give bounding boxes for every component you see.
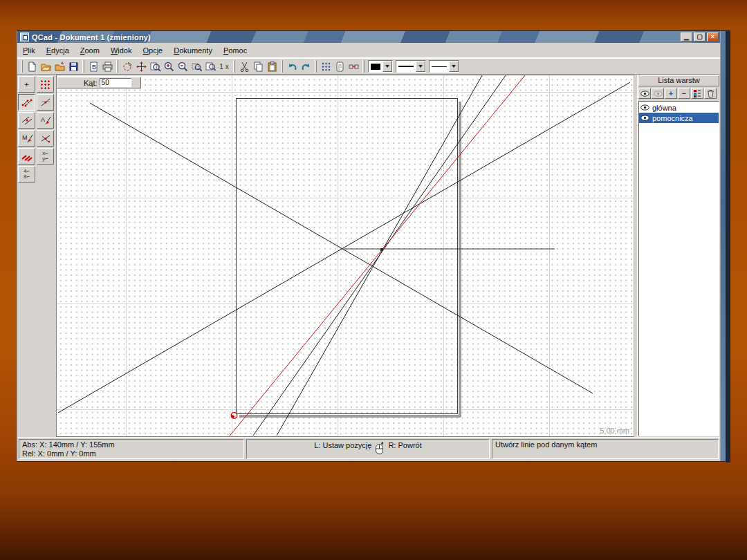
zoom-in-button[interactable]: [162, 59, 176, 73]
toolbar-grip: [315, 60, 317, 73]
line-parallel-tool-button[interactable]: [18, 112, 35, 129]
delete-layer-button[interactable]: [704, 88, 717, 99]
add-layer-button[interactable]: +: [665, 88, 677, 99]
chevron-down-icon[interactable]: [449, 61, 459, 72]
layer-list-title: Lista warstw: [638, 75, 719, 86]
line-angle-a-tool-button[interactable]: A: [37, 112, 54, 129]
color-select[interactable]: [368, 60, 393, 73]
menu-edycja[interactable]: Edycja: [41, 44, 75, 57]
layer-edit-icon: [693, 89, 701, 97]
menu-opcje[interactable]: Opcje: [137, 44, 168, 57]
ratio-icon: 4⌐8⌐: [24, 169, 30, 180]
menu-zoom[interactable]: Zoom: [75, 44, 105, 57]
statusbar: Abs: X: 140mm / Y: 155mm Rel: X: 0mm / Y…: [17, 437, 720, 460]
pan-button[interactable]: [134, 59, 148, 73]
hide-all-layers-button[interactable]: [652, 88, 664, 99]
grid-toggle-button[interactable]: [319, 59, 333, 73]
menu-plik[interactable]: Plik: [17, 44, 41, 57]
trash-icon: [707, 89, 714, 97]
zoom-auto-button[interactable]: [203, 59, 217, 73]
line-xy-tool-button[interactable]: x⌐y⌐: [37, 148, 54, 165]
line-style-select[interactable]: [429, 60, 459, 73]
left-click-hint: L: Ustaw pozycję: [314, 441, 371, 449]
copy-button[interactable]: [251, 59, 265, 73]
rel-coordinates: Rel: X: 0mm / Y: 0mm: [22, 449, 241, 458]
window-right-frame: [720, 31, 726, 461]
toolbar-grip: [82, 60, 84, 73]
show-all-layers-button[interactable]: [638, 88, 651, 99]
zoom-ratio-label: 1 x: [218, 63, 230, 71]
angle-label: Kąt:: [84, 79, 98, 87]
point-tool-button[interactable]: +: [18, 76, 35, 93]
draft-mode-button[interactable]: [347, 59, 360, 73]
cut-button[interactable]: [237, 59, 251, 73]
layer-row-pomocnicza[interactable]: pomocnicza: [639, 113, 719, 123]
eye-closed-icon: [654, 91, 663, 97]
menu-widok[interactable]: Widok: [105, 44, 138, 57]
right-click-hint: R: Powrót: [388, 441, 421, 449]
eye-open-icon: [640, 91, 649, 97]
coordinates-field: Abs: X: 140mm / Y: 155mm Rel: X: 0mm / Y…: [19, 439, 244, 459]
save-button[interactable]: [66, 59, 80, 73]
chevron-down-icon[interactable]: [382, 61, 392, 72]
mouse-hint-field: L: Ustaw pozycję R: Powrót: [246, 439, 490, 459]
qcad-window: QCad - Dokument 1 (zmieniony) ▁ ▢ × Plik…: [17, 30, 726, 462]
edit-layer-button[interactable]: [691, 88, 703, 99]
parallel-lines-icon: [21, 114, 33, 127]
zoom-window-button[interactable]: [148, 59, 162, 73]
action-description-field: Utwórz linie pod danym kątem: [492, 439, 719, 459]
redo-button[interactable]: [299, 59, 313, 73]
drawing-canvas[interactable]: Kąt:: [56, 75, 634, 437]
menu-pomoc[interactable]: Pomoc: [218, 44, 252, 57]
chevron-down-icon[interactable]: [416, 61, 425, 72]
new-file-button[interactable]: [25, 59, 39, 73]
toolbar-grip: [281, 60, 283, 73]
close-button[interactable]: ×: [707, 32, 719, 41]
line-ratio-tool-button[interactable]: 4⌐8⌐: [18, 166, 35, 183]
line-width-sample: [398, 66, 414, 67]
menu-dokumenty[interactable]: Dokumenty: [168, 44, 218, 57]
zoom-rect-button[interactable]: [190, 59, 203, 73]
maximize-button[interactable]: ▢: [694, 32, 706, 41]
grid-scale-label: 5.00 mm: [600, 427, 629, 435]
minimize-button[interactable]: ▁: [681, 32, 692, 41]
line-angle-tool-button[interactable]: [37, 94, 54, 111]
points-grid-tool-button[interactable]: [37, 76, 54, 93]
layer-name: pomocnicza: [652, 114, 693, 122]
sheet-outline: [237, 99, 458, 414]
polyline-tool-button[interactable]: [18, 148, 35, 165]
line-two-points-tool-button[interactable]: [18, 94, 35, 111]
steep-line-2: [253, 75, 506, 436]
zoom-ratio-button[interactable]: 1 x: [217, 59, 231, 73]
print-preview-button[interactable]: B: [86, 59, 100, 73]
print-button[interactable]: [100, 59, 114, 73]
line-cross-tool-button[interactable]: [37, 130, 54, 147]
open-file-button[interactable]: [39, 59, 53, 73]
drawing-entities: [57, 75, 634, 437]
remove-layer-button[interactable]: −: [678, 88, 690, 99]
clipboard-button[interactable]: [333, 59, 347, 73]
mouse-icon: [375, 441, 385, 455]
layer-row-glowna[interactable]: główna: [639, 102, 719, 113]
titlebar[interactable]: QCad - Dokument 1 (zmieniony) ▁ ▢ ×: [17, 31, 720, 43]
toolbar-grip: [362, 60, 365, 73]
paste-button[interactable]: [265, 59, 279, 73]
window-outer-shadow: [726, 30, 730, 463]
line-width-select[interactable]: [396, 60, 426, 73]
svg-text:M: M: [22, 134, 28, 141]
toolbar-grip: [21, 60, 23, 73]
main-toolbar: B 1 x: [17, 58, 720, 75]
import-button[interactable]: [53, 59, 66, 73]
redraw-button[interactable]: [120, 59, 134, 73]
color-swatch: [371, 64, 380, 70]
desktop: { "window": { "title": "QCad - Dokument …: [0, 0, 747, 560]
zoom-out-button[interactable]: [176, 59, 190, 73]
line-m-tool-button[interactable]: M: [18, 130, 35, 147]
action-description: Utwórz linie pod danym kątem: [495, 440, 597, 449]
abs-coordinates: Abs: X: 140mm / Y: 155mm: [22, 440, 241, 449]
tool-options-bar: Kąt:: [57, 77, 141, 88]
undo-button[interactable]: [285, 59, 299, 73]
diagonal-line-ascending: [58, 82, 630, 413]
angle-input[interactable]: [100, 78, 131, 87]
angle-line-icon: [39, 96, 52, 109]
